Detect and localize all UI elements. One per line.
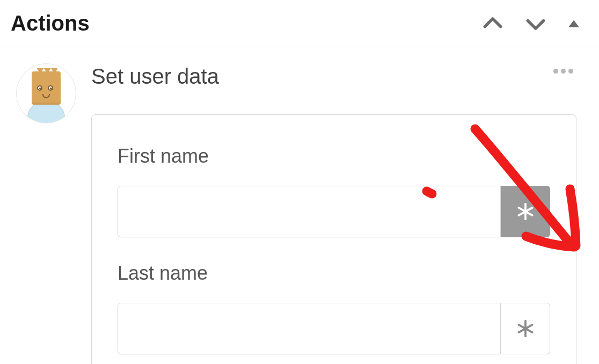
field-first-name: First name [118,145,550,237]
last-name-input[interactable] [118,303,501,354]
user-avatar [16,63,76,123]
action-main: Set user data First name [91,63,588,364]
input-row [118,303,550,354]
dot-icon [553,69,558,74]
asterisk-icon [515,201,536,222]
input-row [118,186,550,237]
avatar-column [16,63,91,364]
collapse-button[interactable] [565,14,583,33]
insert-variable-button[interactable] [501,303,550,354]
action-block: Set user data First name [0,47,599,364]
move-up-button[interactable] [479,10,507,38]
insert-variable-button[interactable] [501,186,550,237]
chevron-down-icon [524,12,547,35]
dot-icon [568,69,573,74]
action-title: Set user data [91,64,588,89]
chevron-up-icon [481,12,505,35]
panel-title: Actions [11,11,90,35]
header-controls [479,10,588,38]
asterisk-icon [515,318,536,339]
field-last-name: Last name [118,262,550,354]
panel-header: Actions [0,0,599,47]
dot-icon [561,69,566,74]
form-card: First name Last name [91,114,576,364]
triangle-up-icon [567,17,581,31]
field-label: Last name [118,262,550,285]
svg-marker-0 [568,20,579,27]
move-down-button[interactable] [522,10,550,38]
field-label: First name [118,145,550,168]
more-options-button[interactable] [550,65,576,77]
first-name-input[interactable] [118,186,501,237]
